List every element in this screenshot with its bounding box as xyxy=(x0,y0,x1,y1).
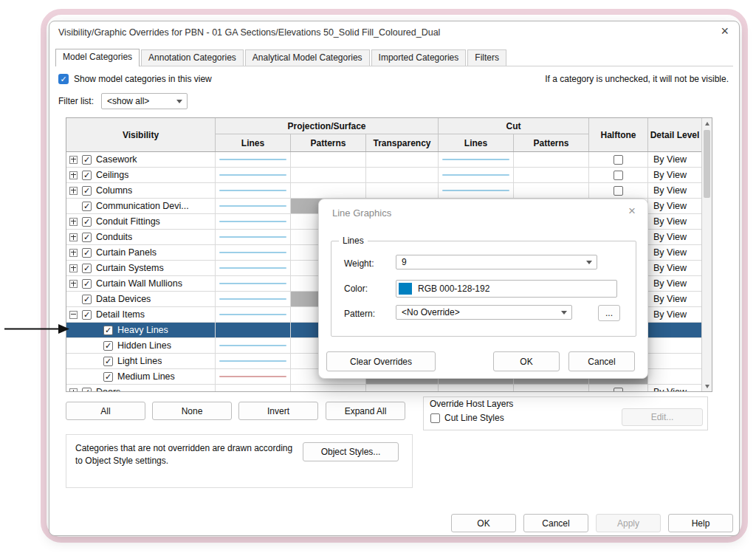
halftone-cell[interactable] xyxy=(589,183,648,199)
scroll-up-icon[interactable] xyxy=(702,118,712,128)
detail-level-cell[interactable] xyxy=(648,338,701,354)
halftone-cell[interactable] xyxy=(589,385,648,392)
detail-level-cell[interactable]: By View xyxy=(648,168,701,183)
detail-level-cell[interactable]: By View xyxy=(648,261,701,276)
cut-lines-cell[interactable] xyxy=(439,183,514,199)
detail-level-cell[interactable]: By View xyxy=(648,230,701,245)
cut-lines-cell[interactable] xyxy=(439,152,514,168)
table-row[interactable]: CeilingsBy View xyxy=(66,168,701,183)
expand-plus-icon[interactable] xyxy=(69,233,78,241)
detail-level-cell[interactable] xyxy=(648,369,701,385)
object-styles-button[interactable]: Object Styles... xyxy=(303,442,399,461)
proj-patterns-cell[interactable] xyxy=(291,385,366,392)
cut-lines-cell[interactable] xyxy=(439,168,514,183)
detail-level-cell[interactable]: By View xyxy=(648,214,701,230)
detail-level-cell[interactable]: By View xyxy=(648,385,701,392)
none-button[interactable]: None xyxy=(152,402,232,420)
proj-lines-cell[interactable] xyxy=(216,199,291,214)
tab-filters[interactable]: Filters xyxy=(467,49,506,66)
row-checkbox[interactable] xyxy=(82,295,92,304)
expand-plus-icon[interactable] xyxy=(69,156,78,164)
row-checkbox[interactable] xyxy=(82,186,92,196)
edit-button[interactable]: Edit... xyxy=(622,408,703,426)
proj-lines-cell[interactable] xyxy=(216,183,291,199)
halftone-checkbox[interactable] xyxy=(614,171,623,180)
ok-button[interactable]: OK xyxy=(451,514,516,532)
row-checkbox[interactable] xyxy=(82,310,92,320)
all-button[interactable]: All xyxy=(66,402,145,420)
proj-patterns-cell[interactable] xyxy=(291,168,366,183)
proj-lines-cell[interactable] xyxy=(216,323,291,338)
clear-overrides-button[interactable]: Clear Overrides xyxy=(326,351,436,371)
halftone-checkbox[interactable] xyxy=(614,155,623,165)
row-checkbox[interactable] xyxy=(82,388,92,393)
expand-all-button[interactable]: Expand All xyxy=(326,402,405,420)
table-row[interactable]: DoorsBy View xyxy=(66,385,701,392)
cut-patterns-cell[interactable] xyxy=(514,183,589,199)
row-checkbox[interactable] xyxy=(103,357,113,366)
tab-model-categories[interactable]: Model Categories xyxy=(55,49,140,66)
proj-lines-cell[interactable] xyxy=(216,214,291,230)
transparency-cell[interactable] xyxy=(366,152,439,168)
detail-level-cell[interactable] xyxy=(648,323,701,338)
proj-lines-cell[interactable] xyxy=(216,354,291,369)
cancel-button[interactable]: Cancel xyxy=(523,514,588,532)
apply-button[interactable]: Apply xyxy=(596,514,661,532)
expand-plus-icon[interactable] xyxy=(69,249,78,257)
detail-level-cell[interactable]: By View xyxy=(648,199,701,214)
row-checkbox[interactable] xyxy=(82,233,92,242)
row-checkbox[interactable] xyxy=(82,202,92,211)
proj-lines-cell[interactable] xyxy=(216,245,291,261)
cut-line-styles-checkbox[interactable] xyxy=(430,413,440,423)
row-checkbox[interactable] xyxy=(82,248,92,258)
vertical-scrollbar[interactable] xyxy=(701,118,712,391)
weight-dropdown[interactable]: 9 xyxy=(396,255,597,269)
invert-button[interactable]: Invert xyxy=(238,402,318,420)
detail-level-cell[interactable]: By View xyxy=(648,307,701,323)
detail-level-cell[interactable]: By View xyxy=(648,245,701,261)
halftone-checkbox[interactable] xyxy=(614,186,623,196)
row-checkbox[interactable] xyxy=(103,326,113,335)
expand-plus-icon[interactable] xyxy=(69,264,78,272)
proj-patterns-cell[interactable] xyxy=(291,183,366,199)
proj-lines-cell[interactable] xyxy=(216,369,291,385)
pattern-browse-button[interactable]: ... xyxy=(598,305,620,321)
proj-patterns-cell[interactable] xyxy=(291,152,366,168)
proj-lines-cell[interactable] xyxy=(216,152,291,168)
cut-patterns-cell[interactable] xyxy=(514,152,589,168)
scroll-down-icon[interactable] xyxy=(702,381,712,391)
proj-lines-cell[interactable] xyxy=(216,168,291,183)
scrollbar-thumb[interactable] xyxy=(704,130,710,198)
proj-lines-cell[interactable] xyxy=(216,261,291,276)
table-row[interactable]: ColumnsBy View xyxy=(66,183,701,199)
transparency-cell[interactable] xyxy=(366,183,439,199)
row-checkbox[interactable] xyxy=(82,217,92,227)
row-checkbox[interactable] xyxy=(103,341,113,351)
halftone-cell[interactable] xyxy=(589,168,648,183)
expand-plus-icon[interactable] xyxy=(69,218,78,226)
row-checkbox[interactable] xyxy=(82,155,92,165)
detail-level-cell[interactable]: By View xyxy=(648,276,701,292)
tab-analytical-model-categories[interactable]: Analytical Model Categories xyxy=(245,49,370,66)
tab-imported-categories[interactable]: Imported Categories xyxy=(371,49,467,66)
expand-plus-icon[interactable] xyxy=(69,388,78,393)
proj-lines-cell[interactable] xyxy=(216,385,291,392)
color-field[interactable]: RGB 000-128-192 xyxy=(396,280,617,298)
pattern-dropdown[interactable]: <No Override> xyxy=(396,305,572,320)
row-checkbox[interactable] xyxy=(82,171,92,180)
proj-lines-cell[interactable] xyxy=(216,230,291,245)
expand-minus-icon[interactable] xyxy=(69,311,78,319)
tab-annotation-categories[interactable]: Annotation Categories xyxy=(141,49,244,66)
halftone-checkbox[interactable] xyxy=(614,388,623,393)
proj-lines-cell[interactable] xyxy=(216,292,291,307)
cut-patterns-cell[interactable] xyxy=(514,168,589,183)
expand-plus-icon[interactable] xyxy=(69,187,78,195)
transparency-cell[interactable] xyxy=(366,168,439,183)
proj-lines-cell[interactable] xyxy=(216,307,291,323)
cut-patterns-cell[interactable] xyxy=(514,385,589,392)
line-graphics-ok-button[interactable]: OK xyxy=(493,351,560,371)
row-checkbox[interactable] xyxy=(82,264,92,273)
line-graphics-cancel-button[interactable]: Cancel xyxy=(568,351,635,371)
filter-list-dropdown[interactable]: <show all> xyxy=(101,93,188,109)
expand-plus-icon[interactable] xyxy=(69,171,78,179)
